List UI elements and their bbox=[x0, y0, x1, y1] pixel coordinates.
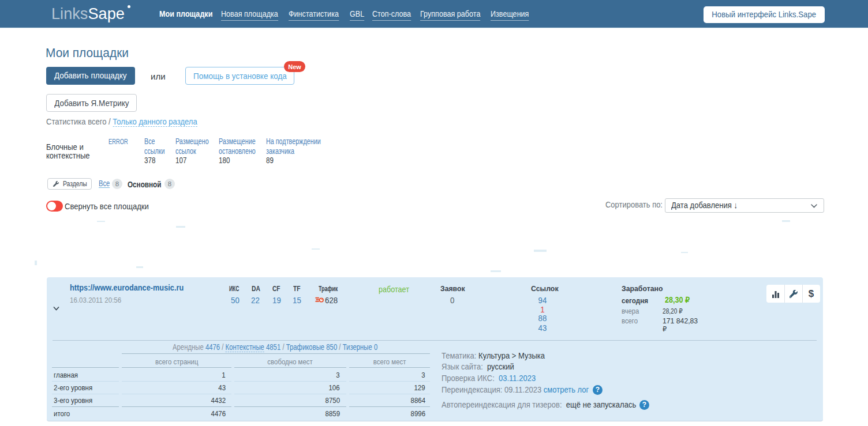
svg-text:$: $ bbox=[809, 288, 814, 299]
